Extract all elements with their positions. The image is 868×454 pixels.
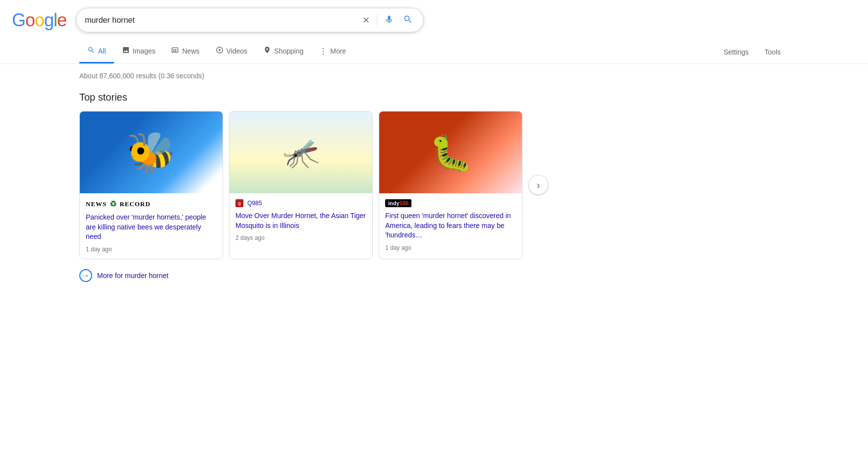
search-submit-button[interactable]	[401, 12, 415, 28]
chevron-right-icon: ›	[537, 179, 540, 191]
search-icon	[403, 14, 413, 24]
tab-videos-label: Videos	[227, 47, 248, 55]
top-stories-section: Top stories NEWS♻RECORD Panicked over 'm…	[79, 92, 367, 282]
story-time-1: 1 day ago	[86, 246, 217, 253]
story-title-1[interactable]: Panicked over 'murder hornets,' people a…	[86, 213, 217, 242]
tab-images[interactable]: Images	[114, 40, 164, 63]
story-body-3: indy100 First queen 'murder hornet' disc…	[379, 193, 522, 257]
tab-shopping-label: Shopping	[274, 47, 303, 55]
tools-link[interactable]: Tools	[756, 42, 789, 62]
logo-letter-g: G	[12, 10, 25, 31]
story-title-2[interactable]: Move Over Murder Hornet, the Asian Tiger…	[235, 211, 366, 230]
logo-letter-g2: g	[44, 10, 54, 31]
more-for-section: → More for murder hornet	[79, 269, 367, 282]
search-bar: ✕	[76, 8, 423, 32]
videos-icon	[216, 46, 224, 56]
story-card-1[interactable]: NEWS♻RECORD Panicked over 'murder hornet…	[79, 111, 223, 259]
story-title-3[interactable]: First queen 'murder hornet' discovered i…	[385, 211, 516, 240]
tab-all[interactable]: All	[79, 40, 114, 63]
story-time-2: 2 days ago	[235, 234, 366, 241]
story-card-3[interactable]: indy100 First queen 'murder hornet' disc…	[379, 111, 522, 259]
images-icon	[122, 46, 130, 56]
next-stories-button[interactable]: ›	[528, 175, 548, 195]
tab-videos[interactable]: Videos	[208, 40, 256, 63]
results-count: About 87,600,000 results (0.36 seconds)	[79, 72, 367, 80]
logo-letter-o1: o	[25, 10, 35, 31]
nav-right: Settings Tools	[716, 42, 789, 62]
story-source-3: indy100	[385, 199, 516, 207]
next-arrow-container: ›	[528, 111, 548, 259]
story-body-1: NEWS♻RECORD Panicked over 'murder hornet…	[80, 193, 223, 259]
tab-more-label: More	[330, 47, 346, 55]
q985-source-icon: Q	[235, 199, 243, 207]
search-bar-container: ✕	[76, 8, 423, 32]
more-for-link[interactable]: More for murder hornet	[97, 272, 169, 280]
indy100-logo: indy100	[385, 199, 411, 207]
more-dots-icon: ⋮	[319, 47, 327, 56]
all-icon	[87, 46, 95, 56]
story-body-2: Q Q985 Move Over Murder Hornet, the Asia…	[230, 193, 372, 247]
results-area: About 87,600,000 results (0.36 seconds) …	[0, 64, 446, 290]
google-logo[interactable]: Google	[12, 10, 66, 31]
logo-letter-o2: o	[35, 10, 44, 31]
news-icon	[171, 46, 179, 56]
voice-search-button[interactable]	[382, 12, 396, 28]
microphone-icon	[384, 14, 394, 24]
settings-link[interactable]: Settings	[716, 42, 757, 62]
header: Google ✕	[0, 0, 868, 40]
logo-letter-l: l	[54, 10, 57, 31]
story-source-2: Q Q985	[235, 199, 366, 207]
story-image-3	[379, 112, 522, 193]
tab-more[interactable]: ⋮ More	[311, 41, 354, 63]
tab-shopping[interactable]: Shopping	[255, 40, 311, 63]
clear-search-button[interactable]: ✕	[360, 13, 372, 28]
nav-tabs: All Images News Videos Shopping ⋮ More S…	[0, 40, 868, 64]
q985-source-link[interactable]: Q985	[247, 200, 262, 207]
tab-all-label: All	[98, 47, 106, 55]
tab-news-label: News	[182, 47, 199, 55]
top-stories-title: Top stories	[79, 92, 367, 103]
story-time-3: 1 day ago	[385, 244, 516, 251]
tab-news[interactable]: News	[163, 40, 207, 63]
more-for-arrow-icon: →	[79, 269, 92, 282]
search-input[interactable]	[85, 16, 355, 25]
shopping-icon	[263, 46, 271, 56]
story-image-1	[80, 112, 223, 193]
story-card-2[interactable]: Q Q985 Move Over Murder Hornet, the Asia…	[229, 111, 373, 259]
story-source-1: NEWS♻RECORD	[86, 199, 217, 209]
story-image-2	[230, 112, 372, 193]
stories-container: NEWS♻RECORD Panicked over 'murder hornet…	[79, 111, 367, 259]
logo-letter-e: e	[57, 10, 66, 31]
tab-images-label: Images	[133, 47, 156, 55]
search-divider	[377, 14, 377, 26]
news-record-logo: NEWS♻RECORD	[86, 199, 151, 209]
